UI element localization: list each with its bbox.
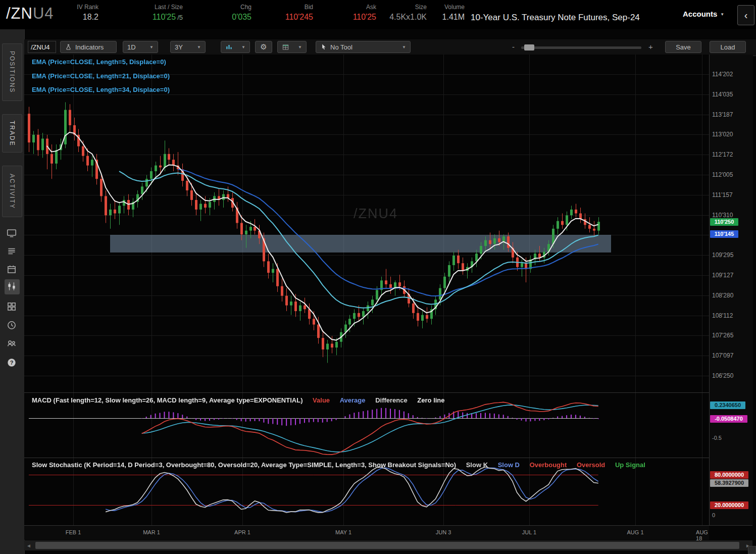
macd-average-badge: 0.2340650: [710, 401, 745, 409]
ema34-study-label[interactable]: EMA (Price=CLOSE, Length=34, Displace=0): [32, 86, 170, 93]
time-axis-label: FEB 1: [66, 529, 81, 535]
chevron-down-icon: ▼: [402, 45, 406, 49]
chart-style-dropdown[interactable]: ▼: [221, 41, 250, 53]
price-axis-tick: 107'265: [712, 332, 733, 339]
price-axis[interactable]: 110'250 110'145 0.2340650 -0.0508470 -0.…: [709, 55, 753, 525]
indicators-button[interactable]: Indicators: [60, 41, 117, 53]
time-axis[interactable]: FEB 1MAR 1APR 1MAY 1JUN 3JUL 1AUG 1AUG 1…: [24, 525, 709, 540]
ema21-study-label[interactable]: EMA (Price=CLOSE, Length=21, Displace=0): [32, 72, 170, 80]
quote-header: /ZNU4 IV Rank 18.2 Last / Size 110'25/5 …: [0, 0, 756, 29]
zoom-in-button[interactable]: +: [648, 42, 653, 51]
macd-difference-badge: -0.0508470: [710, 415, 747, 423]
chart-settings-button[interactable]: ⚙: [255, 41, 272, 53]
help-icon[interactable]: ?: [6, 357, 18, 369]
svg-text:?: ?: [10, 360, 14, 366]
stoch-legend-oversold: Oversold: [577, 461, 605, 469]
load-button[interactable]: Load: [710, 41, 746, 53]
header-symbol: /ZNU4: [6, 5, 54, 23]
clock-icon[interactable]: [6, 320, 18, 332]
stoch-overbought-badge: 80.0000000: [710, 471, 748, 479]
price-axis-tick: 109'127: [712, 272, 733, 279]
symbol-root: /ZN: [6, 5, 33, 22]
macd-legend-difference: Difference: [375, 396, 408, 404]
charts-icon[interactable]: [5, 279, 20, 294]
price-axis-tick: 114'035: [712, 91, 733, 98]
stoch-legend-overbought: Overbought: [530, 461, 567, 469]
stat-iv-rank: IV Rank 18.2: [48, 4, 98, 22]
bar-chart-icon: [225, 43, 233, 51]
time-axis-label: MAR 1: [143, 529, 160, 535]
ema5-study-label[interactable]: EMA (Price=CLOSE, Length=5, Displace=0): [32, 58, 166, 66]
chevron-down-icon: ▼: [197, 45, 201, 49]
scrollbar-thumb[interactable]: [35, 542, 739, 549]
stoch-oversold-badge: 20.0000000: [710, 501, 748, 509]
time-axis-label: AUG 18: [696, 529, 708, 541]
price-axis-tick: 114'202: [712, 71, 733, 78]
resize-corner[interactable]: [748, 546, 756, 554]
price-axis-tick: 109'295: [712, 251, 733, 259]
last-price-badge: 110'250: [710, 218, 738, 226]
stat-volume: Volume 1.41M: [414, 4, 465, 22]
gear-icon: ⚙: [260, 42, 267, 52]
time-axis-label: APR 1: [234, 529, 250, 535]
spreadsheet-icon: [282, 43, 289, 51]
grid-layout-dropdown[interactable]: ▼: [277, 41, 307, 53]
symbol-input[interactable]: /ZNU4: [28, 41, 56, 53]
stat-last-size: Last / Size 110'25/5: [121, 4, 183, 22]
accounts-dropdown[interactable]: Accounts▼: [683, 10, 724, 18]
macd-legend-zeroline: Zero line: [417, 396, 444, 404]
drawing-tool-dropdown[interactable]: No Tool▼: [316, 41, 411, 53]
ema-price-badge: 110'145: [710, 230, 738, 238]
left-nav-sidebar: POSITIONS TRADE ACTIVITY ?: [0, 29, 25, 554]
sidebar-tab-activity[interactable]: ACTIVITY: [2, 166, 22, 217]
time-axis-label: AUG 1: [627, 529, 643, 535]
zoom-out-button[interactable]: -: [512, 42, 515, 51]
stoch-legend-slowd: Slow D: [498, 461, 520, 469]
stoch-axis-zero: 0: [712, 512, 715, 518]
chevron-down-icon: ▼: [241, 45, 245, 49]
price-axis-tick: 108'280: [712, 292, 733, 299]
price-axis-tick: 111'157: [712, 191, 733, 198]
price-axis-tick: 112'005: [712, 171, 733, 178]
macd-legend-value: Value: [313, 396, 330, 404]
sidebar-tab-trade[interactable]: TRADE: [2, 114, 22, 153]
monitor-icon[interactable]: [6, 227, 18, 239]
community-icon[interactable]: [6, 338, 18, 350]
time-axis-label: JUN 3: [436, 529, 451, 535]
sidebar-tab-positions[interactable]: POSITIONS: [2, 43, 22, 101]
timeframe-dropdown[interactable]: 1D▼: [123, 41, 158, 53]
macd-study-label[interactable]: MACD (Fast length=12, Slow length=26, MA…: [32, 396, 445, 404]
calendar-icon[interactable]: [6, 264, 18, 276]
chevron-down-icon: ▼: [720, 12, 724, 17]
stat-chg: Chg 0'035: [202, 4, 251, 22]
price-chart-canvas[interactable]: [24, 55, 709, 392]
contract-description: 10-Year U.S. Treasury Note Futures, Sep-…: [471, 13, 640, 23]
time-axis-label: MAY 1: [335, 529, 351, 535]
chevron-down-icon: ▼: [298, 45, 302, 49]
macd-axis-label: -0.5: [712, 435, 722, 441]
chart-scrollbar: ◄ ►: [24, 540, 752, 550]
range-dropdown[interactable]: 3Y▼: [170, 41, 206, 53]
stoch-legend-slowk: Slow K: [466, 461, 488, 469]
price-axis-tick: 112'172: [712, 151, 733, 158]
price-axis-tick: 110'310: [712, 212, 733, 219]
symbol-watermark: /ZNU4: [354, 206, 398, 222]
stoch-legend-upsignal: Up Signal: [615, 461, 645, 469]
flask-icon: [65, 43, 72, 51]
zoom-slider-track[interactable]: [521, 46, 641, 49]
ledger-icon[interactable]: [6, 246, 18, 258]
chevron-down-icon: ▼: [149, 45, 154, 49]
price-axis-tick: 107'097: [712, 352, 733, 359]
zoom-slider-handle[interactable]: [524, 44, 534, 51]
price-axis-tick: 113'187: [712, 111, 733, 118]
collapse-panel-button[interactable]: ‹: [737, 5, 754, 25]
stat-ask: Ask 110'25: [326, 4, 376, 22]
scroll-left-arrow[interactable]: ◄: [24, 540, 33, 550]
time-axis-label: JUL 1: [522, 529, 536, 535]
price-axis-tick: 108'112: [712, 312, 733, 319]
stochastic-study-label[interactable]: Slow Stochastic (K Period=14, D Period=3…: [32, 461, 645, 469]
save-button[interactable]: Save: [665, 41, 701, 53]
grid-apps-icon[interactable]: [6, 301, 18, 313]
price-axis-tick: 106'250: [712, 372, 733, 379]
stat-bid: Bid 110'245: [263, 4, 313, 22]
